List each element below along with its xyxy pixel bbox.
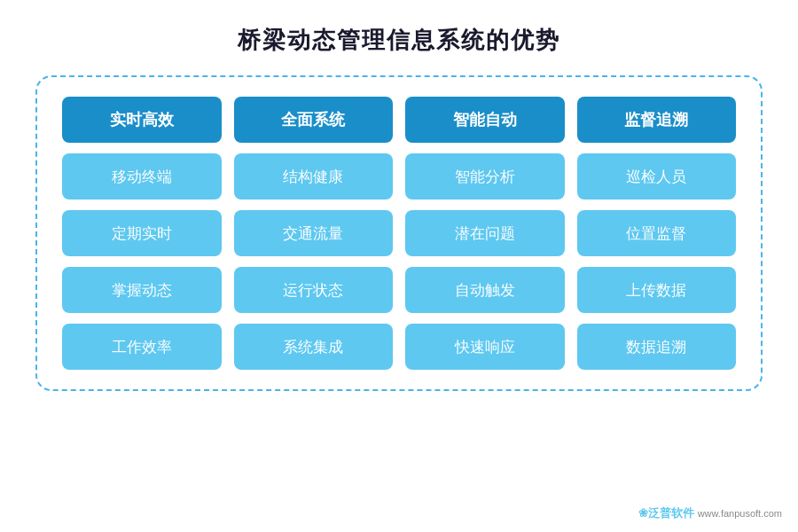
header-cell-2: 智能自动	[405, 97, 565, 143]
item-3-3: 数据追溯	[577, 324, 737, 370]
watermark-url: www.fanpusoft.com	[698, 508, 782, 519]
item-2-2: 自动触发	[405, 267, 565, 313]
item-3-2: 快速响应	[405, 324, 565, 370]
watermark-logo: ❀泛普软件	[638, 505, 694, 521]
feature-grid: 实时高效 全面系统 智能自动 监督追溯 移动终端 结构健康 智能分析 巡检人员 …	[62, 97, 736, 370]
item-2-1: 运行状态	[234, 267, 394, 313]
item-1-2: 潜在问题	[405, 210, 565, 256]
item-3-1: 系统集成	[234, 324, 394, 370]
item-2-0: 掌握动态	[62, 267, 222, 313]
item-3-0: 工作效率	[62, 324, 222, 370]
item-0-2: 智能分析	[405, 153, 565, 200]
header-cell-1: 全面系统	[234, 97, 394, 143]
header-cell-0: 实时高效	[62, 97, 222, 143]
item-1-0: 定期实时	[62, 210, 222, 256]
header-cell-3: 监督追溯	[577, 97, 737, 143]
page-title: 桥梁动态管理信息系统的优势	[238, 25, 560, 56]
content-box: 实时高效 全面系统 智能自动 监督追溯 移动终端 结构健康 智能分析 巡检人员 …	[35, 75, 763, 391]
item-0-1: 结构健康	[234, 153, 394, 200]
watermark: ❀泛普软件 www.fanpusoft.com	[638, 505, 782, 521]
item-1-1: 交通流量	[234, 210, 394, 256]
item-1-3: 位置监督	[577, 210, 737, 256]
item-0-3: 巡检人员	[577, 153, 737, 200]
item-2-3: 上传数据	[577, 267, 737, 313]
item-0-0: 移动终端	[62, 153, 222, 200]
